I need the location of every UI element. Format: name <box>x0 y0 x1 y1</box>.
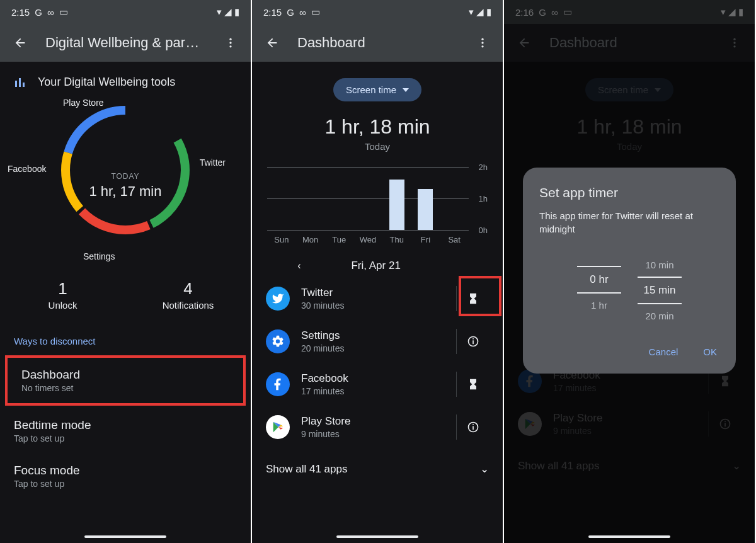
signal-icon: ◢ <box>476 6 484 18</box>
app-row-facebook[interactable]: Facebook17 minutes <box>252 363 503 406</box>
back-button[interactable] <box>9 31 32 54</box>
wheel-option: 1 hr <box>577 294 621 317</box>
news-icon: ▭ <box>59 6 68 18</box>
nav-bar[interactable] <box>588 535 670 538</box>
prev-day-button[interactable]: ‹ <box>297 260 301 272</box>
nav-bar[interactable] <box>336 535 418 538</box>
dialog-body: This app timer for Twitter will reset at… <box>539 209 719 236</box>
svg-point-0 <box>229 38 231 40</box>
svg-point-10 <box>481 38 483 40</box>
more-vert-icon <box>476 37 489 49</box>
clock: 2:15 <box>263 7 282 18</box>
unlock-stat[interactable]: 1 Unlock <box>0 279 125 311</box>
info-icon <box>467 335 479 348</box>
wheel-selected: 0 hr <box>577 266 621 294</box>
show-all-apps[interactable]: Show all 41 apps ⌄ <box>252 449 503 489</box>
app-name: Settings <box>301 329 344 342</box>
clock: 2:15 <box>11 7 30 18</box>
info-button[interactable] <box>456 414 489 440</box>
chevron-down-icon: ⌄ <box>480 462 489 476</box>
app-name: Facebook <box>301 372 348 385</box>
date-navigator: ‹ Fri, Apr 21 <box>252 244 503 277</box>
app-duration: 9 minutes <box>301 429 350 439</box>
app-row-playstore[interactable]: Play Store9 minutes <box>252 406 503 449</box>
app-row-settings[interactable]: Settings20 minutes <box>252 320 503 363</box>
wheel-option <box>577 253 621 266</box>
x-tick: Thu <box>382 235 411 244</box>
cancel-button[interactable]: Cancel <box>646 341 681 362</box>
bedtime-row[interactable]: Bedtime mode Tap to set up <box>0 408 251 454</box>
today-label: Today <box>365 141 390 152</box>
app-duration: 17 minutes <box>301 386 348 396</box>
x-tick: Sun <box>267 235 296 244</box>
bar-chart-icon <box>14 77 25 88</box>
x-tick: Wed <box>353 235 382 244</box>
y-tick: 1h <box>479 194 488 203</box>
battery-icon: ▮ <box>234 6 239 18</box>
time-picker[interactable]: 0 hr 1 hr 10 min 15 min 20 min <box>539 253 719 328</box>
ok-button[interactable]: OK <box>701 341 719 362</box>
signal-icon: ◢ <box>224 6 232 18</box>
x-tick: Fri <box>411 235 440 244</box>
segment-label: Facebook <box>8 164 46 174</box>
svg-rect-14 <box>472 340 474 344</box>
voicemail-icon: ∞ <box>47 7 54 18</box>
hour-wheel[interactable]: 0 hr 1 hr <box>577 253 621 328</box>
back-button[interactable] <box>261 31 284 54</box>
row-title: Bedtime mode <box>14 418 237 432</box>
stat-label: Notifications <box>125 300 251 311</box>
highlight-box <box>459 276 501 316</box>
page-title: Dashboard <box>297 35 457 51</box>
usage-donut[interactable]: TODAY 1 hr, 17 min Play Store Twitter Se… <box>0 98 251 274</box>
svg-point-1 <box>229 42 231 43</box>
more-button[interactable] <box>219 31 242 54</box>
screen-time-dropdown[interactable]: Screen time <box>333 78 421 101</box>
set-timer-dialog: Set app timer This app timer for Twitter… <box>523 168 736 374</box>
wheel-option: 20 min <box>638 304 682 328</box>
row-subtitle: Tap to set up <box>14 479 237 489</box>
donut-value: 1 hr, 17 min <box>89 183 162 200</box>
twitter-icon <box>266 287 290 311</box>
row-title: Focus mode <box>14 464 237 477</box>
svg-point-11 <box>481 42 483 43</box>
status-bar: 2:15G∞▭ ▾◢▮ <box>252 0 503 24</box>
notifications-stat[interactable]: 4 Notifications <box>125 279 251 311</box>
back-arrow-icon <box>265 36 279 50</box>
svg-point-2 <box>229 45 231 47</box>
app-name: Twitter <box>301 287 344 299</box>
dashboard-row[interactable]: Dashboard No timers set <box>5 355 246 406</box>
y-tick: 2h <box>479 163 488 172</box>
more-vert-icon <box>224 37 237 49</box>
app-row-twitter[interactable]: Twitter30 minutes <box>252 277 503 320</box>
minute-wheel[interactable]: 10 min 15 min 20 min <box>638 253 682 328</box>
segment-label: Settings <box>83 251 115 261</box>
playstore-icon <box>266 415 290 439</box>
facebook-icon <box>266 372 290 396</box>
dialog-title: Set app timer <box>539 185 719 200</box>
more-button[interactable] <box>471 31 494 54</box>
hourglass-icon <box>467 378 479 391</box>
dashboard-screen: 2:15G∞▭ ▾◢▮ Dashboard Screen time 1 hr, … <box>252 0 504 543</box>
tools-header-text: Your Digital Wellbeing tools <box>38 76 175 89</box>
weekly-bar-chart[interactable]: 2h 1h 0h Sun Mon Tue Wed Thu Fri Sat <box>252 152 503 244</box>
info-button[interactable] <box>456 329 489 354</box>
settings-icon <box>266 329 290 353</box>
app-duration: 30 minutes <box>301 300 344 311</box>
dashboard-dialog-screen: 2:16G∞▭ ▾◢▮ Dashboard Screen time 1 hr, … <box>504 0 756 543</box>
x-tick: Mon <box>296 235 325 244</box>
x-tick: Tue <box>324 235 353 244</box>
battery-icon: ▮ <box>486 6 491 18</box>
app-name: Play Store <box>301 415 350 428</box>
page-title: Digital Wellbeing & parental... <box>45 35 205 51</box>
ways-to-disconnect-header: Ways to disconnect <box>0 323 251 355</box>
x-tick: Sat <box>440 235 469 244</box>
app-bar: Dashboard <box>252 24 503 62</box>
svg-rect-3 <box>15 81 17 87</box>
focus-row[interactable]: Focus mode Tap to set up <box>0 454 251 499</box>
wheel-selected: 15 min <box>638 277 682 304</box>
timer-button[interactable] <box>456 372 489 397</box>
y-tick: 0h <box>479 226 488 235</box>
google-icon: G <box>287 7 294 18</box>
nav-bar[interactable] <box>84 535 166 538</box>
wifi-icon: ▾ <box>217 6 222 18</box>
